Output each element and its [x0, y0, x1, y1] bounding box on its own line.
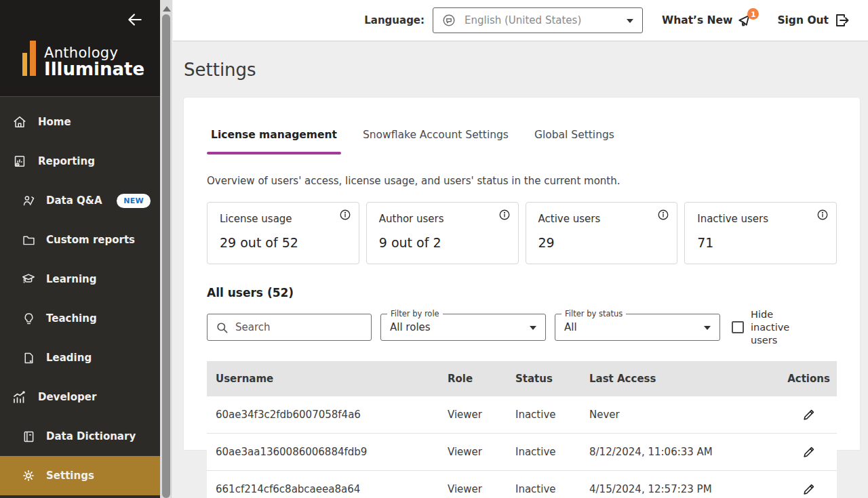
chevron-down-icon	[530, 326, 536, 330]
scrollbar-thumb[interactable]	[162, 14, 170, 498]
stat-card-author-users: Author users 9 out of 2	[366, 202, 519, 264]
search-input[interactable]	[235, 321, 363, 333]
content: Settings License management Snowflake Ac…	[173, 41, 868, 450]
sidebar-item-teaching[interactable]: Teaching	[0, 299, 160, 338]
page-title: Settings	[184, 60, 868, 80]
cell-status: Inactive	[515, 483, 589, 495]
column-header-status: Status	[515, 373, 589, 385]
sign-out-label: Sign Out	[777, 14, 829, 26]
new-badge: NEW	[117, 194, 151, 208]
table-row: 60ae34f3c2fdb6007058f4a6 Viewer Inactive…	[207, 396, 837, 434]
edit-pencil-icon[interactable]	[802, 407, 816, 422]
sidebar-item-learning[interactable]: Learning	[0, 260, 160, 299]
stat-card-inactive-users: Inactive users 71	[684, 202, 837, 264]
stat-value: 71	[697, 235, 824, 250]
sidebar-item-label: Data Q&A	[46, 194, 102, 207]
table-header-row: Username Role Status Last Access Actions	[207, 361, 837, 396]
collapse-sidebar-icon[interactable]	[126, 11, 144, 28]
tab-global-settings[interactable]: Global Settings	[530, 129, 618, 154]
hide-inactive-checkbox[interactable]	[732, 321, 744, 333]
brand-name-bottom: Illuminate	[44, 60, 144, 79]
sidebar-item-reporting[interactable]: Reporting	[0, 142, 160, 181]
language-value: English (United States)	[465, 14, 581, 26]
tab-bar: License management Snowflake Account Set…	[207, 129, 837, 154]
reporting-icon	[12, 153, 28, 169]
info-icon[interactable]	[339, 209, 351, 221]
edit-pencil-icon[interactable]	[802, 444, 816, 459]
folder-icon	[21, 232, 36, 248]
stat-label: Author users	[379, 213, 506, 225]
stat-value: 29	[538, 235, 665, 250]
users-table: Username Role Status Last Access Actions…	[207, 361, 837, 498]
sidebar-item-settings[interactable]: Settings	[0, 456, 160, 495]
sidebar-item-custom-reports[interactable]: Custom reports	[0, 220, 160, 260]
settings-panel: License management Snowflake Account Set…	[184, 98, 860, 450]
cell-username: 60ae34f3c2fdb6007058f4a6	[207, 409, 448, 421]
table-row: 661cf214cf6c8abcaeea8a64 Viewer Inactive…	[207, 471, 837, 498]
sidebar-item-label: Leading	[46, 352, 92, 364]
sidebar-item-label: Data Dictionary	[46, 430, 136, 442]
stat-label: Inactive users	[697, 213, 824, 225]
cell-username: 60ae3aa1360086006884fdb9	[207, 446, 448, 458]
cell-last-access: Never	[589, 409, 781, 421]
column-header-last-access: Last Access	[589, 373, 781, 385]
sidebar-item-label: Developer	[38, 391, 96, 403]
filter-status-value: All	[564, 321, 577, 333]
search-box	[207, 314, 372, 341]
all-users-heading: All users (52)	[207, 286, 837, 299]
graduation-cap-icon	[21, 271, 36, 287]
sidebar-item-label: Reporting	[38, 155, 95, 167]
notification-badge: 1	[747, 8, 759, 20]
hide-inactive-control: Hide inactive users	[732, 308, 814, 347]
stat-card-active-users: Active users 29	[526, 202, 678, 264]
stat-label: Active users	[538, 213, 665, 225]
stat-value: 9 out of 2	[379, 235, 506, 250]
vertical-scrollbar[interactable]	[160, 0, 173, 498]
sign-out-button[interactable]: Sign Out	[777, 12, 850, 28]
language-label: Language:	[364, 14, 425, 26]
sidebar-item-leading[interactable]: Leading	[0, 338, 160, 377]
lightbulb-icon	[21, 310, 36, 327]
scrollbar-up-arrow-icon[interactable]	[160, 2, 173, 12]
column-header-username: Username	[207, 373, 448, 385]
filter-role-value: All roles	[390, 321, 431, 333]
search-icon	[216, 321, 229, 334]
data-qa-icon	[21, 192, 36, 209]
tab-description: Overview of users' access, license usage…	[207, 175, 837, 187]
gear-icon	[21, 468, 36, 484]
info-icon[interactable]	[498, 209, 511, 221]
sidebar-item-data-dictionary[interactable]: Data Dictionary	[0, 417, 160, 456]
filter-by-role-select[interactable]: Filter by role All roles	[380, 314, 546, 341]
table-row: 60ae3aa1360086006884fdb9 Viewer Inactive…	[207, 434, 837, 471]
filter-status-label: Filter by status	[561, 309, 626, 318]
column-header-role: Role	[448, 373, 515, 385]
cell-role: Viewer	[448, 446, 515, 458]
whats-new-link[interactable]: What’s New 1	[662, 12, 754, 29]
info-icon[interactable]	[657, 209, 669, 221]
column-header-actions: Actions	[781, 373, 837, 385]
chevron-down-icon	[627, 19, 633, 23]
tab-snowflake-account-settings[interactable]: Snowflake Account Settings	[359, 129, 513, 154]
stat-value: 29 out of 52	[220, 235, 347, 250]
cell-last-access: 4/15/2024, 12:57:23 PM	[589, 483, 781, 495]
filter-by-status-select[interactable]: Filter by status All	[555, 314, 720, 341]
language-icon	[441, 13, 456, 28]
edit-pencil-icon[interactable]	[802, 482, 816, 497]
sidebar-nav: Home Reporting Data Q&A NEW Custom r	[0, 97, 160, 495]
sidebar-header: Anthology Illuminate	[0, 0, 160, 97]
cell-role: Viewer	[448, 483, 515, 495]
info-icon[interactable]	[816, 209, 829, 221]
app-window: Anthology Illuminate Home Reporting	[0, 0, 868, 498]
sign-out-icon	[834, 12, 850, 28]
main-area: Language: English (United States) What’s…	[173, 0, 868, 498]
tab-license-management[interactable]: License management	[207, 129, 341, 154]
language-select[interactable]: English (United States)	[433, 7, 643, 33]
sidebar-item-label: Custom reports	[46, 234, 135, 246]
stat-label: License usage	[220, 213, 347, 225]
brand-logo: Anthology Illuminate	[22, 41, 144, 79]
table-controls: Filter by role All roles Filter by statu…	[207, 308, 837, 347]
home-icon	[12, 114, 28, 130]
sidebar-item-developer[interactable]: Developer	[0, 377, 160, 417]
sidebar-item-home[interactable]: Home	[0, 102, 160, 142]
sidebar-item-data-qa[interactable]: Data Q&A NEW	[0, 181, 160, 220]
